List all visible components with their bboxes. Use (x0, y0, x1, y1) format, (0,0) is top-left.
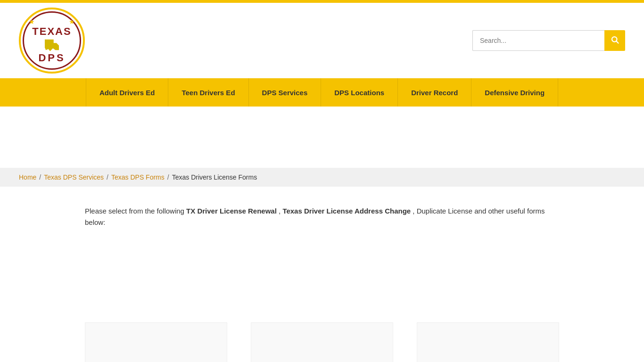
nav-link-defensive-driving[interactable]: Defensive Driving (471, 78, 558, 107)
content-spacer (0, 107, 644, 168)
breadcrumb-texas-dps-services[interactable]: Texas DPS Services (44, 173, 104, 181)
breadcrumb-sep-1: / (39, 173, 41, 181)
logo-container: ★ ★ TEXAS DPS (19, 8, 85, 74)
card-duplicate-license: Duplicate License (251, 322, 393, 362)
logo-inner: ★ ★ TEXAS DPS (23, 11, 81, 70)
nav-link-dps-locations[interactable]: DPS Locations (321, 78, 398, 107)
nav-item-defensive-driving: Defensive Driving (471, 78, 558, 107)
card-image-license-id (85, 322, 227, 362)
nav-item-dps-locations: DPS Locations (321, 78, 398, 107)
intro-bold1: TX Driver License Renewal (186, 207, 277, 215)
logo-star-left: ★ (29, 18, 35, 25)
header: ★ ★ TEXAS DPS (0, 3, 644, 78)
search-button[interactable] (604, 30, 625, 51)
search-icon (611, 35, 619, 46)
nav-link-dps-services[interactable]: DPS Services (249, 78, 322, 107)
breadcrumb-sep-3: / (167, 173, 169, 181)
card-image-duplicate-license (251, 322, 393, 362)
logo-circle: ★ ★ TEXAS DPS (19, 8, 85, 74)
nav-item-driver-record: Driver Record (398, 78, 471, 107)
cards-row: License and ID Application Duplicate Lic… (85, 322, 559, 362)
logo-text-texas: TEXAS (32, 26, 71, 37)
breadcrumb: Home / Texas DPS Services / Texas DPS Fo… (0, 168, 644, 187)
search-container (472, 30, 625, 51)
main-content: Please select from the following TX Driv… (0, 187, 644, 362)
nav-link-teen-drivers-ed[interactable]: Teen Drivers Ed (168, 78, 248, 107)
nav-item-teen-drivers-ed: Teen Drivers Ed (168, 78, 248, 107)
intro-paragraph: Please select from the following TX Driv… (85, 206, 559, 228)
intro-bold2: Texas Driver License Address Change (282, 207, 411, 215)
nav-items: Adult Drivers Ed Teen Drivers Ed DPS Ser… (86, 78, 558, 107)
logo-star-right: ★ (69, 18, 75, 25)
intro-prefix: Please select from the following (85, 207, 186, 215)
breadcrumb-current-page: Texas Drivers License Forms (172, 173, 257, 181)
texas-state-icon (42, 38, 61, 52)
nav-item-dps-services: DPS Services (249, 78, 322, 107)
svg-line-1 (616, 41, 618, 43)
card-change-of-address: Change of Address (417, 322, 559, 362)
card-license-id: License and ID Application (85, 322, 227, 362)
nav-link-driver-record[interactable]: Driver Record (398, 78, 471, 107)
nav-item-adult-drivers-ed: Adult Drivers Ed (86, 78, 169, 107)
breadcrumb-home[interactable]: Home (19, 173, 36, 181)
nav-bar: Adult Drivers Ed Teen Drivers Ed DPS Ser… (0, 78, 644, 107)
breadcrumb-sep-2: / (107, 173, 108, 181)
logo-text-dps: DPS (38, 53, 65, 63)
breadcrumb-texas-dps-forms[interactable]: Texas DPS Forms (111, 173, 165, 181)
search-input[interactable] (472, 30, 604, 51)
nav-link-adult-drivers-ed[interactable]: Adult Drivers Ed (86, 78, 169, 107)
card-image-change-of-address (417, 322, 559, 362)
logo-stars: ★ ★ (24, 18, 80, 25)
